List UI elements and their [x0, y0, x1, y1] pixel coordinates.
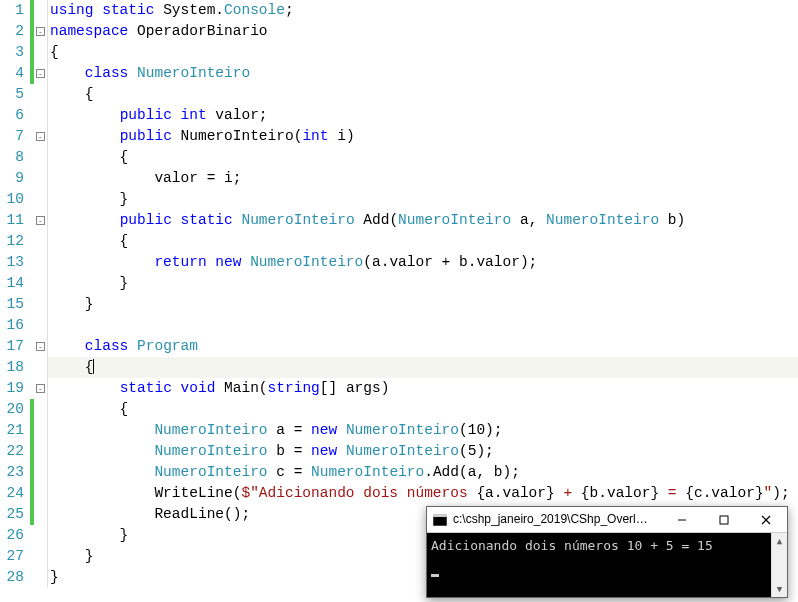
code-line[interactable]: NumeroInteiro c = NumeroInteiro.Add(a, b… — [48, 462, 798, 483]
code-line[interactable]: { — [48, 42, 798, 63]
minimize-button[interactable] — [661, 507, 703, 533]
fold-cell — [34, 525, 47, 546]
console-title-text: c:\cshp_janeiro_2019\CShp_Overl… — [453, 509, 661, 530]
line-number: 11 — [0, 210, 24, 231]
code-line[interactable]: public NumeroInteiro(int i) — [48, 126, 798, 147]
code-area[interactable]: using static System.Console;namespace Op… — [48, 0, 798, 588]
line-number: 22 — [0, 441, 24, 462]
code-line[interactable]: { — [48, 147, 798, 168]
fold-toggle-icon[interactable]: - — [36, 132, 45, 141]
svg-rect-3 — [720, 516, 728, 524]
line-number: 18 — [0, 357, 24, 378]
line-number: 15 — [0, 294, 24, 315]
code-line[interactable]: } — [48, 273, 798, 294]
fold-cell[interactable]: - — [34, 126, 47, 147]
console-body[interactable]: Adicionando dois números 10 + 5 = 15 ▲ ▼ — [427, 533, 787, 597]
fold-cell — [34, 357, 47, 378]
line-number: 27 — [0, 546, 24, 567]
code-line[interactable]: NumeroInteiro a = new NumeroInteiro(10); — [48, 420, 798, 441]
code-line[interactable]: WriteLine($"Adicionando dois números {a.… — [48, 483, 798, 504]
fold-cell[interactable]: - — [34, 63, 47, 84]
code-line[interactable]: } — [48, 189, 798, 210]
fold-toggle-icon[interactable]: - — [36, 342, 45, 351]
fold-cell[interactable]: - — [34, 378, 47, 399]
fold-cell[interactable]: - — [34, 336, 47, 357]
scroll-up-icon[interactable]: ▲ — [772, 533, 787, 549]
line-number: 19 — [0, 378, 24, 399]
line-number: 3 — [0, 42, 24, 63]
code-line[interactable]: } — [48, 294, 798, 315]
line-number: 10 — [0, 189, 24, 210]
line-number: 13 — [0, 252, 24, 273]
code-line[interactable]: { — [48, 357, 798, 378]
code-line[interactable]: class Program — [48, 336, 798, 357]
fold-cell — [34, 483, 47, 504]
code-line[interactable]: valor = i; — [48, 168, 798, 189]
line-number: 28 — [0, 567, 24, 588]
fold-cell — [34, 189, 47, 210]
code-editor[interactable]: 1234567891011121314151617181920212223242… — [0, 0, 798, 588]
fold-cell — [34, 84, 47, 105]
fold-cell — [34, 294, 47, 315]
fold-cell — [34, 147, 47, 168]
code-line[interactable]: static void Main(string[] args) — [48, 378, 798, 399]
fold-cell[interactable]: - — [34, 210, 47, 231]
line-number: 6 — [0, 105, 24, 126]
line-number: 12 — [0, 231, 24, 252]
fold-cell — [34, 231, 47, 252]
fold-toggle-icon[interactable]: - — [36, 384, 45, 393]
fold-cell — [34, 315, 47, 336]
line-number: 26 — [0, 525, 24, 546]
line-number: 16 — [0, 315, 24, 336]
code-line[interactable]: { — [48, 84, 798, 105]
console-output: Adicionando dois números 10 + 5 = 15 — [431, 535, 767, 595]
fold-cell — [34, 399, 47, 420]
code-line[interactable] — [48, 315, 798, 336]
fold-cell — [34, 441, 47, 462]
fold-cell[interactable]: - — [34, 21, 47, 42]
console-scrollbar[interactable]: ▲ ▼ — [771, 533, 787, 597]
fold-cell — [34, 42, 47, 63]
fold-cell — [34, 273, 47, 294]
line-number: 1 — [0, 0, 24, 21]
code-line[interactable]: class NumeroInteiro — [48, 63, 798, 84]
console-icon — [431, 511, 449, 529]
line-number: 8 — [0, 147, 24, 168]
fold-cell — [34, 168, 47, 189]
line-number: 5 — [0, 84, 24, 105]
code-line[interactable]: { — [48, 399, 798, 420]
fold-cell — [34, 462, 47, 483]
code-line[interactable]: NumeroInteiro b = new NumeroInteiro(5); — [48, 441, 798, 462]
code-line[interactable]: { — [48, 231, 798, 252]
close-button[interactable] — [745, 507, 787, 533]
line-number: 14 — [0, 273, 24, 294]
console-window[interactable]: c:\cshp_janeiro_2019\CShp_Overl… Adicion… — [426, 506, 788, 598]
fold-toggle-icon[interactable]: - — [36, 27, 45, 36]
line-number: 2 — [0, 21, 24, 42]
code-line[interactable]: public int valor; — [48, 105, 798, 126]
fold-cell — [34, 504, 47, 525]
line-number: 4 — [0, 63, 24, 84]
console-titlebar[interactable]: c:\cshp_janeiro_2019\CShp_Overl… — [427, 507, 787, 533]
line-number: 9 — [0, 168, 24, 189]
code-line[interactable]: public static NumeroInteiro Add(NumeroIn… — [48, 210, 798, 231]
fold-cell — [34, 546, 47, 567]
code-line[interactable]: return new NumeroInteiro(a.valor + b.val… — [48, 252, 798, 273]
outline-fold-column[interactable]: ------ — [34, 0, 48, 588]
line-number: 17 — [0, 336, 24, 357]
line-number: 7 — [0, 126, 24, 147]
fold-cell — [34, 105, 47, 126]
svg-rect-1 — [433, 514, 447, 517]
line-number: 24 — [0, 483, 24, 504]
scroll-down-icon[interactable]: ▼ — [772, 581, 787, 597]
line-number: 20 — [0, 399, 24, 420]
fold-toggle-icon[interactable]: - — [36, 216, 45, 225]
line-number-gutter: 1234567891011121314151617181920212223242… — [0, 0, 30, 588]
fold-toggle-icon[interactable]: - — [36, 69, 45, 78]
maximize-button[interactable] — [703, 507, 745, 533]
code-line[interactable]: namespace OperadorBinario — [48, 21, 798, 42]
code-line[interactable]: using static System.Console; — [48, 0, 798, 21]
line-number: 21 — [0, 420, 24, 441]
line-number: 25 — [0, 504, 24, 525]
fold-cell — [34, 567, 47, 588]
